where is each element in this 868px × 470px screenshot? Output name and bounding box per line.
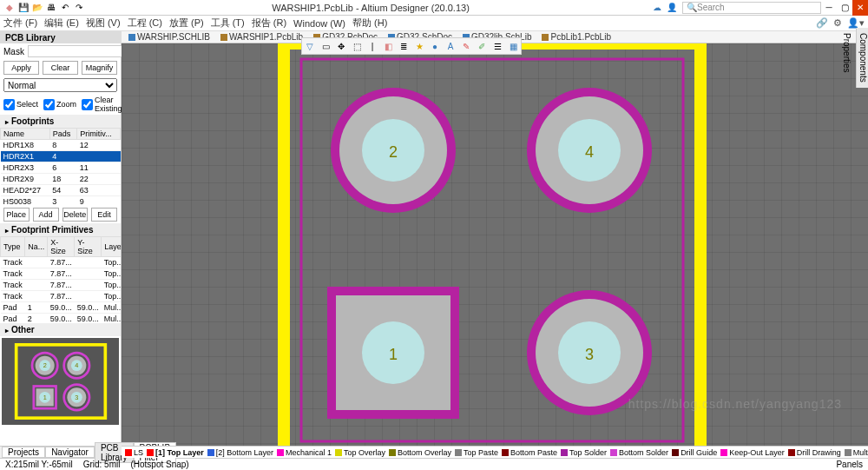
zoom-icon[interactable]: ⬚ [351, 40, 363, 52]
maximize-button[interactable]: ▢ [837, 0, 852, 16]
menu-8[interactable]: 帮助 (H) [352, 17, 387, 30]
col-header[interactable]: Name [1, 129, 50, 140]
svg-text:3: 3 [585, 346, 594, 363]
col-header[interactable]: Type [1, 237, 25, 257]
layer-tab-12[interactable]: Drill Drawing [788, 448, 841, 457]
primitives-section[interactable]: Footprint Primitives [0, 223, 121, 236]
footprint-row[interactable]: HEAD2*275463 [1, 185, 121, 196]
clear-existing-check[interactable]: Clear Existing [82, 96, 122, 113]
menu-0[interactable]: 文件 (F) [3, 17, 37, 30]
menu-6[interactable]: 报告 (R) [252, 17, 286, 30]
components-tab[interactable]: Components [858, 33, 868, 83]
align-icon[interactable]: ≣ [398, 40, 410, 52]
menu-3[interactable]: 工程 (C) [128, 17, 162, 30]
menu-2[interactable]: 视图 (V) [86, 17, 121, 30]
pad-1[interactable]: 1 [327, 287, 459, 419]
filter-icon[interactable]: ▽ [304, 40, 316, 52]
footprint-row[interactable]: HDR2X14 [1, 151, 121, 162]
primitive-row[interactable]: Pad259.0...59.0...Mul... [1, 314, 122, 324]
layer-tab-0[interactable]: LS [125, 448, 143, 457]
primitive-row[interactable]: Track7.87...Top... [1, 280, 122, 291]
panels-button[interactable]: Panels [836, 460, 863, 469]
layers-icon[interactable]: ◧ [382, 40, 394, 52]
layer-tab-9[interactable]: Bottom Solder [610, 448, 668, 457]
undo-icon[interactable]: ↶ [59, 2, 71, 14]
close-button[interactable]: ✕ [852, 0, 868, 16]
search-input[interactable]: 🔍 Search [682, 2, 821, 14]
place-button[interactable]: Place [3, 208, 30, 222]
footprint-row[interactable]: HS003839 [1, 196, 121, 207]
layer-tab-10[interactable]: Drill Guide [672, 448, 717, 457]
grid-icon[interactable]: ☰ [491, 40, 503, 52]
primitive-row[interactable]: Track7.87...Top... [1, 268, 122, 280]
footprints-section[interactable]: Footprints [0, 115, 121, 128]
col-header[interactable]: Na... [25, 237, 48, 257]
layer-tab-11[interactable]: Keep-Out Layer [720, 448, 785, 457]
pad-3[interactable]: 3 [527, 290, 652, 415]
menu-1[interactable]: 编辑 (E) [44, 17, 79, 30]
col-header[interactable]: Primitiv... [77, 129, 121, 140]
footprint-row[interactable]: HDR1X8812 [1, 140, 121, 151]
footprint-row[interactable]: HDR2X91822 [1, 174, 121, 185]
select-check[interactable]: Select [3, 96, 38, 113]
edit-button[interactable]: Edit [91, 208, 117, 222]
footprint-row[interactable]: HDR2X3611 [1, 162, 121, 174]
col-header[interactable]: Pads [49, 129, 77, 140]
select-tool-icon[interactable]: ▭ [319, 40, 332, 52]
col-header[interactable]: Layer [102, 237, 121, 257]
dim-icon[interactable]: ● [429, 40, 441, 52]
layer-tab-5[interactable]: Bottom Overlay [389, 448, 451, 457]
layer-tab-7[interactable]: Bottom Paste [502, 448, 557, 457]
layer-swatch [147, 449, 154, 456]
user-icon[interactable]: 👤 [667, 3, 677, 12]
print-icon[interactable]: 🖶 [45, 2, 57, 14]
delete-button[interactable]: Delete [62, 208, 89, 222]
edit-tool-icon[interactable]: ✎ [460, 40, 472, 52]
move-icon[interactable]: ✥ [335, 40, 347, 52]
highlight-icon[interactable]: ★ [413, 40, 425, 52]
clear-button[interactable]: Clear [43, 61, 78, 75]
zoom-check[interactable]: Zoom [43, 96, 76, 113]
magnify-button[interactable]: Magnify [82, 61, 117, 75]
bottom-tab-0[interactable]: Projects [2, 447, 45, 458]
measure-icon[interactable]: ✐ [476, 40, 488, 52]
layer-tab-1[interactable]: [1] Top Layer [147, 448, 204, 457]
add-button[interactable]: Add [33, 208, 59, 222]
3d-icon[interactable]: ▦ [507, 40, 519, 52]
properties-tab[interactable]: Properties [842, 33, 852, 83]
layer-tab-6[interactable]: Top Paste [455, 448, 498, 457]
cloud-icon[interactable]: ☁ [653, 3, 661, 12]
doctab-5[interactable]: PcbLib1.PcbLib [538, 32, 615, 42]
layer-tab-4[interactable]: Top Overlay [335, 448, 385, 457]
other-section[interactable]: Other [0, 323, 121, 336]
pad-4[interactable]: 4 [527, 88, 652, 213]
status-coord: X:215mil Y:-65mil [5, 460, 73, 469]
apply-button[interactable]: Apply [3, 61, 39, 75]
layer-swatch [389, 449, 396, 456]
layer-tab-2[interactable]: [2] Bottom Layer [207, 448, 273, 457]
primitive-row[interactable]: Track7.87...Top... [1, 291, 122, 302]
save-icon[interactable]: 💾 [17, 2, 30, 14]
pcb-canvas[interactable]: WARSHIP.SCHLIBWARSHIP1.PcbLibGD32.PcbDoc… [122, 43, 868, 446]
primitive-row[interactable]: Pad159.0...59.0...Mul... [1, 302, 122, 314]
pad-2[interactable]: 2 [331, 88, 456, 213]
text-tool-icon[interactable]: A [444, 40, 457, 52]
mode-select[interactable]: Normal [3, 78, 117, 92]
layer-tab-13[interactable]: Multi-Layer [845, 448, 868, 457]
bottom-tab-1[interactable]: Navigator [45, 447, 95, 458]
open-icon[interactable]: 📂 [31, 2, 43, 14]
settings-icon[interactable]: ⚙ [833, 17, 842, 29]
doctab-0[interactable]: WARSHIP.SCHLIB [125, 32, 214, 42]
layer-tab-3[interactable]: Mechanical 1 [277, 448, 332, 457]
col-header[interactable]: X-Size [48, 237, 75, 257]
doctab-1[interactable]: WARSHIP1.PcbLib [217, 32, 306, 42]
col-header[interactable]: Y-Size [75, 237, 102, 257]
minimize-button[interactable]: ─ [821, 0, 837, 16]
redo-icon[interactable]: ↷ [73, 2, 85, 14]
menu-5[interactable]: 工具 (T) [211, 17, 245, 30]
menu-7[interactable]: Window (W) [293, 18, 345, 29]
share-icon[interactable]: 🔗 [816, 17, 828, 29]
menu-4[interactable]: 放置 (P) [169, 17, 204, 30]
layer-tab-8[interactable]: Top Solder [561, 448, 607, 457]
primitive-row[interactable]: Track7.87...Top... [1, 257, 122, 268]
